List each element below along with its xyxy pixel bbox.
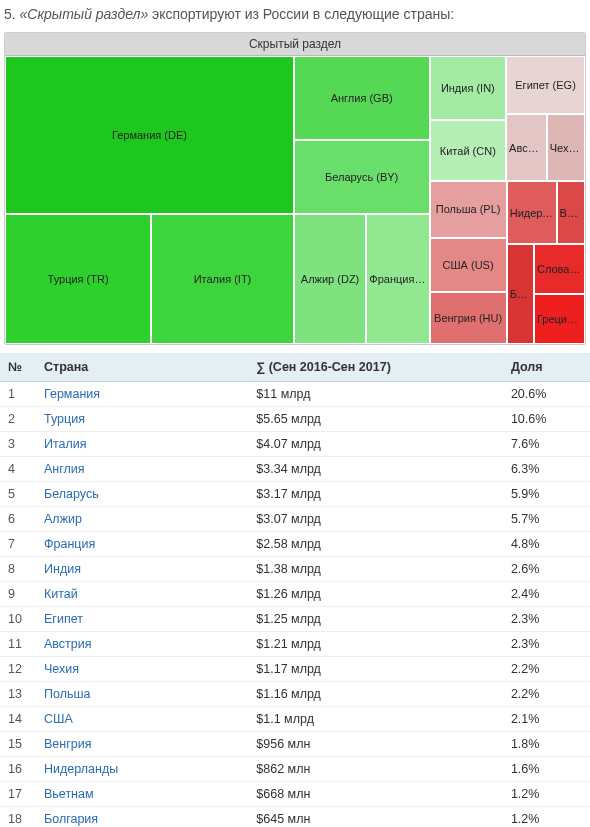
row-share: 5.9% bbox=[503, 482, 590, 507]
treemap-cell[interactable]: Италия (IT) bbox=[151, 214, 294, 344]
heading-number: 5. bbox=[4, 6, 16, 22]
treemap-cell[interactable]: Франция (FR) bbox=[366, 214, 429, 344]
country-link[interactable]: Вьетнам bbox=[44, 787, 94, 801]
heading-emph: «Скрытый раздел» bbox=[20, 6, 149, 22]
row-sum: $1.17 млрд bbox=[248, 657, 503, 682]
row-share: 2.2% bbox=[503, 657, 590, 682]
row-index: 4 bbox=[0, 457, 36, 482]
row-share: 1.2% bbox=[503, 782, 590, 807]
treemap-cell[interactable]: Египет (EG) bbox=[506, 56, 585, 114]
country-link[interactable]: Египет bbox=[44, 612, 83, 626]
row-country: Турция bbox=[36, 407, 248, 432]
country-link[interactable]: США bbox=[44, 712, 73, 726]
table-row: 16Нидерланды$862 млн1.6% bbox=[0, 757, 590, 782]
country-link[interactable]: Англия bbox=[44, 462, 85, 476]
row-sum: $1.26 млрд bbox=[248, 582, 503, 607]
treemap-cell[interactable]: Алжир (DZ) bbox=[294, 214, 367, 344]
table-row: 15Венгрия$956 млн1.8% bbox=[0, 732, 590, 757]
treemap-cell[interactable]: Англия (GB) bbox=[294, 56, 430, 140]
country-link[interactable]: Индия bbox=[44, 562, 81, 576]
col-country[interactable]: Страна bbox=[36, 353, 248, 382]
row-sum: $3.34 млрд bbox=[248, 457, 503, 482]
country-link[interactable]: Алжир bbox=[44, 512, 82, 526]
treemap-cell[interactable]: Греция (GR) bbox=[534, 294, 585, 344]
country-link[interactable]: Венгрия bbox=[44, 737, 91, 751]
table-row: 13Польша$1.16 млрд2.2% bbox=[0, 682, 590, 707]
row-country: Польша bbox=[36, 682, 248, 707]
col-index[interactable]: № bbox=[0, 353, 36, 382]
row-index: 11 bbox=[0, 632, 36, 657]
country-link[interactable]: Германия bbox=[44, 387, 100, 401]
row-country: Австрия bbox=[36, 632, 248, 657]
col-share[interactable]: Доля bbox=[503, 353, 590, 382]
row-country: США bbox=[36, 707, 248, 732]
row-sum: $5.65 млрд bbox=[248, 407, 503, 432]
row-country: Болгария bbox=[36, 807, 248, 828]
country-link[interactable]: Австрия bbox=[44, 637, 92, 651]
country-link[interactable]: Италия bbox=[44, 437, 87, 451]
table-row: 18Болгария$645 млн1.2% bbox=[0, 807, 590, 828]
table-row: 14США$1.1 млрд2.1% bbox=[0, 707, 590, 732]
row-sum: $11 млрд bbox=[248, 382, 503, 407]
table-row: 17Вьетнам$668 млн1.2% bbox=[0, 782, 590, 807]
table-row: 11Австрия$1.21 млрд2.3% bbox=[0, 632, 590, 657]
row-index: 13 bbox=[0, 682, 36, 707]
treemap-cell[interactable]: Вьетн… bbox=[557, 181, 585, 244]
row-country: Египет bbox=[36, 607, 248, 632]
table-row: 10Египет$1.25 млрд2.3% bbox=[0, 607, 590, 632]
treemap-cell[interactable]: Болг… bbox=[507, 244, 534, 344]
table-row: 4Англия$3.34 млрд6.3% bbox=[0, 457, 590, 482]
treemap-cell[interactable]: Германия (DE) bbox=[5, 56, 294, 214]
row-sum: $1.1 млрд bbox=[248, 707, 503, 732]
treemap-cell[interactable]: Австрия… bbox=[506, 114, 547, 181]
row-sum: $3.17 млрд bbox=[248, 482, 503, 507]
country-link[interactable]: Нидерланды bbox=[44, 762, 118, 776]
country-link[interactable]: Чехия bbox=[44, 662, 79, 676]
country-link[interactable]: Польша bbox=[44, 687, 90, 701]
row-country: Англия bbox=[36, 457, 248, 482]
table-row: 2Турция$5.65 млрд10.6% bbox=[0, 407, 590, 432]
treemap-cell[interactable]: Польша (PL) bbox=[430, 181, 507, 238]
treemap-cell[interactable]: Турция (TR) bbox=[5, 214, 151, 344]
row-country: Франция bbox=[36, 532, 248, 557]
row-sum: $4.07 млрд bbox=[248, 432, 503, 457]
treemap-chart: Скрытый раздел Германия (DE)Турция (TR)И… bbox=[4, 32, 586, 345]
row-index: 15 bbox=[0, 732, 36, 757]
treemap-cell[interactable]: Венгрия (HU) bbox=[430, 292, 507, 344]
row-index: 18 bbox=[0, 807, 36, 828]
col-sum[interactable]: ∑ (Сен 2016-Сен 2017) bbox=[248, 353, 503, 382]
country-link[interactable]: Китай bbox=[44, 587, 78, 601]
heading-rest: экспортируют из России в следующие стран… bbox=[148, 6, 454, 22]
treemap-cell[interactable]: Китай (CN) bbox=[430, 120, 507, 181]
chart-title: Скрытый раздел bbox=[5, 33, 585, 56]
row-index: 1 bbox=[0, 382, 36, 407]
row-share: 20.6% bbox=[503, 382, 590, 407]
row-country: Нидерланды bbox=[36, 757, 248, 782]
row-sum: $862 млн bbox=[248, 757, 503, 782]
row-sum: $1.25 млрд bbox=[248, 607, 503, 632]
row-index: 17 bbox=[0, 782, 36, 807]
country-link[interactable]: Болгария bbox=[44, 812, 98, 826]
row-index: 9 bbox=[0, 582, 36, 607]
treemap-cell[interactable]: США (US) bbox=[430, 238, 507, 292]
treemap-cell[interactable]: Словакия… bbox=[534, 244, 585, 294]
row-share: 5.7% bbox=[503, 507, 590, 532]
row-index: 6 bbox=[0, 507, 36, 532]
row-country: Алжир bbox=[36, 507, 248, 532]
row-country: Германия bbox=[36, 382, 248, 407]
country-link[interactable]: Франция bbox=[44, 537, 95, 551]
treemap-cell[interactable]: Нидерла… bbox=[507, 181, 557, 244]
treemap-cell[interactable]: Индия (IN) bbox=[430, 56, 507, 120]
row-share: 2.3% bbox=[503, 632, 590, 657]
treemap-area[interactable]: Германия (DE)Турция (TR)Италия (IT)Англи… bbox=[5, 56, 585, 344]
table-row: 1Германия$11 млрд20.6% bbox=[0, 382, 590, 407]
section-heading: 5. «Скрытый раздел» экспортируют из Росс… bbox=[0, 0, 590, 32]
row-share: 2.4% bbox=[503, 582, 590, 607]
treemap-cell[interactable]: Беларусь (BY) bbox=[294, 140, 430, 214]
country-link[interactable]: Беларусь bbox=[44, 487, 99, 501]
row-share: 6.3% bbox=[503, 457, 590, 482]
country-link[interactable]: Турция bbox=[44, 412, 85, 426]
row-share: 2.6% bbox=[503, 557, 590, 582]
row-share: 1.6% bbox=[503, 757, 590, 782]
treemap-cell[interactable]: Чехия (… bbox=[547, 114, 585, 181]
